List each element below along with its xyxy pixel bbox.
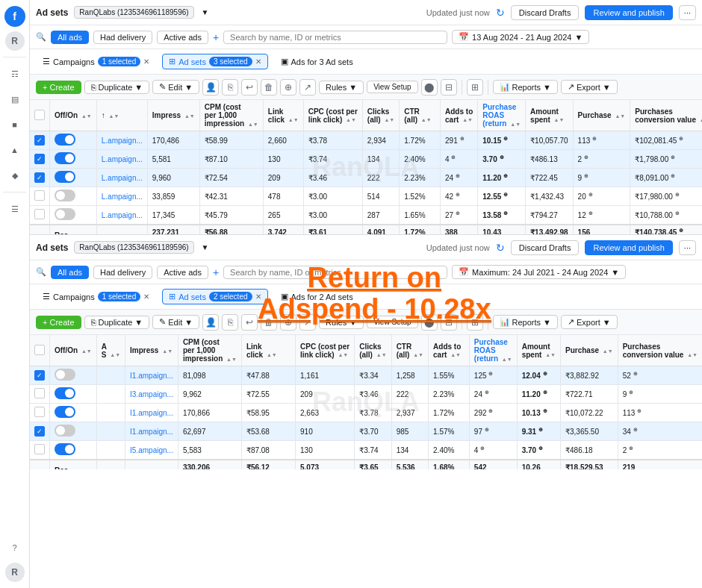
toggle-view-icon-1[interactable]: ⬤ xyxy=(421,79,438,96)
grid-view-icon-2[interactable]: ⊞ xyxy=(467,314,483,331)
duplicate-btn-1[interactable]: ⎘ Duplicate ▼ xyxy=(84,81,150,94)
grid-icon[interactable]: ☶ xyxy=(4,63,25,84)
col-header-clicks-2[interactable]: Clicks(all) ▲▼ xyxy=(355,335,391,366)
col-header-check-1[interactable] xyxy=(30,100,50,131)
export-btn-2[interactable]: ↗ Export ▼ xyxy=(561,315,618,329)
col-header-roas-1[interactable]: PurchaseROAS(return ▲▼ xyxy=(478,100,526,131)
row-checkbox[interactable]: ✓ xyxy=(30,422,50,441)
row-toggle[interactable] xyxy=(50,366,97,385)
col-header-spent-2[interactable]: Amountspent ▲▼ xyxy=(517,335,560,366)
delete-icon-1[interactable]: 🗑 xyxy=(261,79,277,96)
columns-icon-2[interactable]: ⊟ xyxy=(441,314,457,331)
col-header-cpc-2[interactable]: CPC (cost perlink click) ▲▼ xyxy=(296,335,355,366)
row-name[interactable]: I1.ampaign... xyxy=(125,422,178,441)
row-cb[interactable] xyxy=(34,190,45,201)
layers-icon[interactable]: ◆ xyxy=(4,165,25,186)
active-ads-btn-2[interactable]: Active ads xyxy=(157,266,208,279)
row-toggle[interactable] xyxy=(50,422,97,441)
col-header-offon-1[interactable]: Off/On ▲▼ xyxy=(50,100,97,131)
list-icon[interactable]: ☰ xyxy=(4,198,25,219)
megaphone-icon[interactable]: ▲ xyxy=(4,140,25,160)
col-header-purchase-2[interactable]: Purchase ▲▼ xyxy=(561,335,618,366)
col-header-conv-1[interactable]: Purchasesconversion value ▲▼ xyxy=(630,100,702,131)
row-cb[interactable] xyxy=(34,444,45,454)
row-toggle[interactable] xyxy=(50,385,97,404)
row-name[interactable]: L.ampaign... xyxy=(96,131,147,150)
table-row[interactable]: I3.ampaign...9,962₹72.55209₹3.462222.23%… xyxy=(30,385,702,404)
row-checkbox[interactable]: ✓ xyxy=(30,131,50,150)
chart-icon[interactable]: ▤ xyxy=(4,89,25,110)
sidebar-bottom-avatar[interactable]: R xyxy=(5,563,25,582)
col-header-name-1[interactable]: ↑ ▲▼ xyxy=(96,100,147,131)
campaigns-close-2[interactable]: ✕ xyxy=(143,293,149,301)
table-row[interactable]: ✓L.ampaign...170,486₹58.992,660₹3.782,93… xyxy=(30,131,702,150)
create-btn-2[interactable]: + Create xyxy=(36,316,81,329)
col-header-cart-2[interactable]: Adds tocart ▲▼ xyxy=(429,335,470,366)
columns-icon-1[interactable]: ⊟ xyxy=(441,79,457,96)
group-icon-1[interactable]: ⊕ xyxy=(280,79,296,96)
add-filter-icon-1[interactable]: + xyxy=(213,31,219,43)
all-ads-btn-2[interactable]: All ads xyxy=(51,266,89,279)
row-cb[interactable] xyxy=(34,388,45,398)
row-toggle[interactable] xyxy=(50,131,97,150)
question-icon[interactable]: ? xyxy=(4,537,25,558)
search-input-2[interactable] xyxy=(223,266,447,279)
row-toggle[interactable] xyxy=(50,441,97,460)
table-row[interactable]: ✓L.ampaign...5,581₹87.10130₹3.741342.40%… xyxy=(30,150,702,169)
refresh-icon-1[interactable]: ↻ xyxy=(496,7,505,19)
row-cb[interactable]: ✓ xyxy=(34,154,45,164)
col-header-cpm-1[interactable]: CPM (costper 1,000impression ▲▼ xyxy=(199,100,263,131)
row-cb[interactable]: ✓ xyxy=(34,370,45,381)
col-header-impressions-2[interactable]: Impress ▲▼ xyxy=(125,335,178,366)
row-toggle[interactable] xyxy=(50,206,97,225)
row-checkbox[interactable] xyxy=(30,441,50,460)
rules-btn-1[interactable]: Rules ▼ xyxy=(319,81,364,94)
table-row[interactable]: ✓I1.ampaign...81,098₹47.881,161₹3.341,25… xyxy=(30,366,702,385)
review-publish-btn-1[interactable]: Review and publish xyxy=(585,5,672,20)
grid-view-icon-1[interactable]: ⊞ xyxy=(467,79,483,96)
campaigns-close-1[interactable]: ✕ xyxy=(143,57,149,66)
row-toggle[interactable] xyxy=(50,169,97,187)
row-checkbox[interactable] xyxy=(30,206,50,225)
date-range-2[interactable]: 📅 Maximum: 24 Jul 2021 - 24 Aug 2024 ▼ xyxy=(452,265,626,279)
table-row[interactable]: I1.ampaign...170,866₹58.952,663₹3.782,93… xyxy=(30,404,702,422)
add-filter-icon-2[interactable]: + xyxy=(213,266,219,278)
tab-ads-2[interactable]: ▣ Ads for 2 Ad sets xyxy=(274,289,360,304)
dropdown-arrow-2[interactable]: ▼ xyxy=(202,243,209,251)
search-input-1[interactable] xyxy=(223,31,447,44)
row-name[interactable]: I3.ampaign... xyxy=(125,385,178,404)
row-toggle[interactable] xyxy=(50,187,97,206)
table-row[interactable]: I5.ampaign...5,583₹87.08130₹3.741342.40%… xyxy=(30,441,702,460)
col-header-cpc-1[interactable]: CPC (cost perlink click) ▲▼ xyxy=(303,100,362,131)
col-header-link-2[interactable]: Linkclick ▲▼ xyxy=(241,335,295,366)
row-cb[interactable] xyxy=(34,407,45,417)
row-name[interactable]: L.ampaign... xyxy=(96,206,147,225)
review-publish-btn-2[interactable]: Review and publish xyxy=(585,240,672,255)
share-icon-1[interactable]: ↗ xyxy=(299,79,316,96)
reports-btn-1[interactable]: 📊 Reports ▼ xyxy=(493,80,558,94)
row-cb[interactable] xyxy=(34,209,45,219)
row-toggle[interactable] xyxy=(50,404,97,422)
col-header-offon-2[interactable]: Off/On ▲▼ xyxy=(50,335,97,366)
discard-drafts-btn-2[interactable]: Discard Drafts xyxy=(511,240,580,255)
account-selector-1[interactable]: RanQLabs (1235346961189596) xyxy=(74,6,193,19)
col-header-ctr-2[interactable]: CTR(all) ▲▼ xyxy=(391,335,428,366)
select-all-cb-2[interactable] xyxy=(34,345,45,355)
col-header-as-2[interactable]: AS ▲▼ xyxy=(96,335,125,366)
group-icon-2[interactable]: ⊕ xyxy=(280,314,296,331)
duplicate-btn-2[interactable]: ⎘ Duplicate ▼ xyxy=(84,316,150,329)
table-row[interactable]: ✓I1.ampaign...62,697₹53.68910₹3.709851.5… xyxy=(30,422,702,441)
tab-adsets-2[interactable]: ⊞ Ad sets 2 selected ✕ xyxy=(162,289,267,304)
person-icon-2[interactable]: 👤 xyxy=(202,314,219,331)
row-cb[interactable]: ✓ xyxy=(34,135,45,146)
person-icon-1[interactable]: 👤 xyxy=(202,79,219,96)
row-checkbox[interactable] xyxy=(30,187,50,206)
col-header-cart-1[interactable]: Adds tocart ▲▼ xyxy=(441,100,478,131)
more-btn-2[interactable]: ··· xyxy=(679,240,696,255)
export-btn-1[interactable]: ↗ Export ▼ xyxy=(561,80,618,94)
col-header-spent-1[interactable]: Amountspent ▲▼ xyxy=(526,100,574,131)
more-btn-1[interactable]: ··· xyxy=(679,5,696,20)
row-name[interactable]: L.ampaign... xyxy=(96,187,147,206)
row-cb[interactable]: ✓ xyxy=(34,426,45,437)
copy-icon-1[interactable]: ⎘ xyxy=(222,79,238,96)
